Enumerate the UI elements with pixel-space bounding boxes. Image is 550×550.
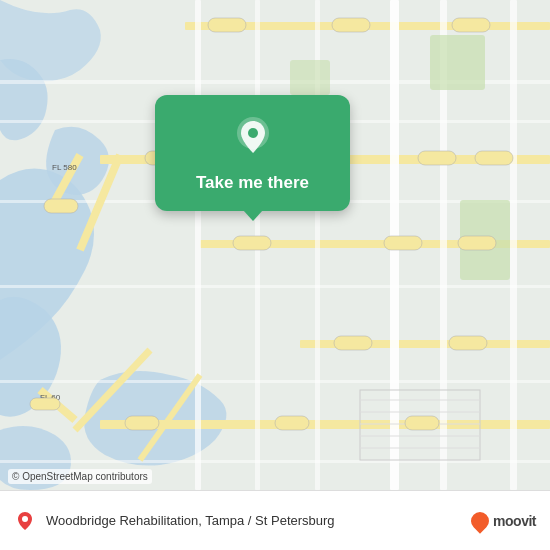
svg-rect-64	[30, 398, 60, 410]
location-icon	[14, 510, 36, 532]
svg-rect-46	[430, 35, 485, 90]
moovit-pin-icon	[467, 508, 492, 533]
svg-rect-48	[290, 60, 330, 95]
popup-card[interactable]: Take me there	[155, 95, 350, 211]
svg-rect-53	[418, 151, 456, 165]
bottom-bar: Woodbridge Rehabilitation, Tampa / St Pe…	[0, 490, 550, 550]
svg-point-66	[248, 128, 258, 138]
svg-rect-61	[275, 416, 309, 430]
svg-rect-34	[0, 285, 550, 288]
location-name: Woodbridge Rehabilitation, Tampa / St Pe…	[46, 513, 461, 528]
location-pin-icon	[231, 115, 275, 159]
svg-rect-60	[125, 416, 159, 430]
osm-credit: © OpenStreetMap contributors	[8, 469, 152, 484]
svg-rect-55	[233, 236, 271, 250]
svg-rect-50	[332, 18, 370, 32]
svg-rect-57	[458, 236, 496, 250]
take-me-there-label: Take me there	[196, 173, 309, 193]
svg-text:FL 580: FL 580	[52, 163, 77, 172]
svg-rect-62	[405, 416, 439, 430]
svg-rect-59	[449, 336, 487, 350]
svg-rect-63	[44, 199, 78, 213]
svg-rect-35	[0, 380, 550, 383]
map-container[interactable]: CR 584 CR 584 CR 584 FL 580 FL 580 FL 58…	[0, 0, 550, 490]
svg-rect-51	[452, 18, 490, 32]
svg-rect-27	[510, 0, 517, 490]
svg-point-67	[22, 516, 28, 522]
svg-rect-54	[475, 151, 513, 165]
svg-rect-58	[334, 336, 372, 350]
moovit-logo: moovit	[471, 512, 536, 530]
svg-rect-49	[208, 18, 246, 32]
moovit-brand: moovit	[493, 513, 536, 529]
svg-rect-28	[195, 0, 201, 490]
svg-rect-56	[384, 236, 422, 250]
